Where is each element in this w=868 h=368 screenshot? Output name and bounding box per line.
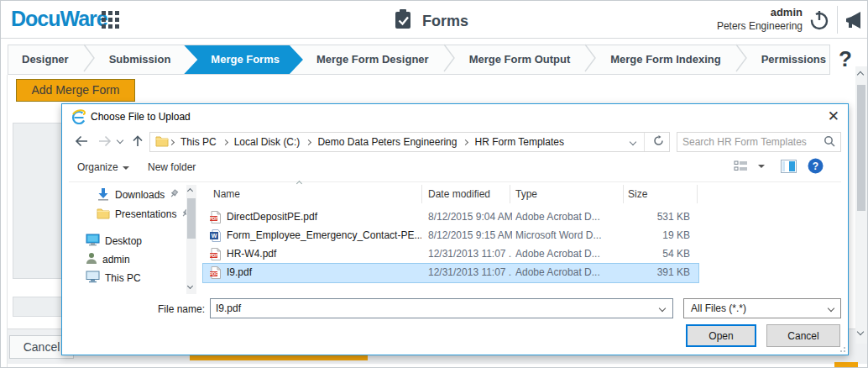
save-button-partial-2: [834, 362, 858, 367]
file-type: Adobe Acrobat D...: [515, 248, 618, 260]
view-mode-icon[interactable]: [734, 160, 749, 176]
tab-merge-form-output[interactable]: Merge Form Output: [456, 45, 584, 74]
file-name-label: File name:: [146, 303, 205, 315]
preview-pane-icon[interactable]: [781, 160, 797, 176]
scrollbar-thumb[interactable]: [857, 85, 865, 211]
file-type: Microsoft Word D...: [515, 229, 618, 241]
sidebar-item-label: Presentations: [115, 208, 176, 220]
forward-arrow-icon[interactable]: [97, 134, 112, 150]
help-icon[interactable]: ?: [839, 46, 852, 72]
column-header-date[interactable]: Date modified: [428, 188, 490, 200]
word-file-icon: W: [210, 229, 222, 244]
forms-clipboard-icon: [394, 8, 412, 34]
up-arrow-icon[interactable]: [131, 134, 144, 150]
sidebar-item-label: Downloads: [115, 189, 165, 201]
user-company: Peters Engineering: [651, 19, 803, 34]
folder-icon: [97, 208, 110, 222]
sidebar-scroll-down-icon[interactable]: [187, 283, 193, 289]
chevron-down-icon: [123, 166, 129, 170]
column-header-type[interactable]: Type: [515, 188, 537, 200]
choose-file-dialog: Choose File to Upload ✕ This PCLocal Dis…: [61, 103, 849, 355]
tab-separator-icon: [442, 44, 456, 76]
breadcrumb-item[interactable]: Local Disk (C:): [228, 136, 306, 148]
open-button[interactable]: Open: [686, 324, 756, 347]
breadcrumb[interactable]: This PCLocal Disk (C:)Demo Data Peters E…: [149, 132, 670, 152]
resize-grip[interactable]: [839, 345, 845, 352]
file-list: Name Date modified Type Size PDFDirectDe…: [203, 185, 700, 296]
tab-submission[interactable]: Submission: [96, 45, 185, 74]
user-info[interactable]: admin Peters Engineering: [651, 5, 803, 34]
sidebar-scroll-thumb[interactable]: [187, 198, 196, 239]
browser-scrollbar[interactable]: [855, 66, 867, 344]
file-size: 391 KB: [606, 266, 690, 278]
sidebar-item-presentations[interactable]: Presentations: [97, 206, 191, 223]
file-size: 531 KB: [606, 211, 690, 223]
recent-locations-chevron-icon[interactable]: [117, 137, 123, 144]
column-header-name[interactable]: Name: [213, 188, 240, 200]
sidebar-item-this-pc[interactable]: This PC: [86, 270, 141, 287]
file-name: DirectDepositPE.pdf: [227, 211, 421, 223]
breadcrumb-item[interactable]: HR Form Templates: [468, 136, 569, 148]
search-icon[interactable]: [824, 135, 835, 150]
file-size: 19 KB: [606, 229, 690, 241]
dialog-help-icon[interactable]: ?: [808, 158, 824, 176]
sidebar-scrollbar[interactable]: [186, 185, 196, 294]
breadcrumb-chevron-icon: [169, 139, 175, 145]
sidebar-scroll-up-icon[interactable]: [187, 188, 193, 194]
folder-icon: [155, 135, 169, 150]
breadcrumb-chevron-icon: [306, 139, 311, 145]
breadcrumb-item[interactable]: Demo Data Peters Engineering: [311, 136, 463, 148]
search-box[interactable]: [677, 132, 841, 152]
dialog-cancel-button[interactable]: Cancel: [766, 324, 840, 347]
wizard-tab-bar: DesignerSubmissionMerge FormsMerge Form …: [8, 45, 830, 75]
announcement-megaphone-icon[interactable]: [843, 9, 865, 34]
close-icon[interactable]: ✕: [828, 108, 839, 125]
toolbar-divider: [69, 181, 841, 182]
tab-permissions[interactable]: Permissions: [748, 45, 839, 74]
file-type-chevron-icon: [828, 305, 834, 312]
svg-text:?: ?: [813, 160, 818, 172]
back-arrow-icon[interactable]: [74, 134, 89, 150]
page-title: Forms: [422, 13, 468, 30]
file-row[interactable]: PDFDirectDepositPE.pdf8/12/2015 9:04 AMA…: [203, 208, 698, 227]
tab-separator-icon: [82, 44, 96, 76]
app-header: DocuWare Forms admin Peters Engineering: [1, 1, 868, 39]
file-size: 54 KB: [606, 248, 690, 260]
tab-separator-icon: [583, 44, 597, 76]
pdf-file-icon: PDF: [210, 266, 222, 281]
address-chevron-icon[interactable]: [630, 139, 636, 145]
file-name-input[interactable]: [210, 298, 673, 318]
tab-designer[interactable]: Designer: [8, 45, 82, 74]
scroll-down-icon[interactable]: [857, 329, 864, 335]
file-type: Adobe Acrobat D...: [515, 211, 618, 223]
dialog-titlebar[interactable]: Choose File to Upload ✕: [62, 104, 848, 129]
file-row[interactable]: WForm_Employee_Emergency_Contact-PE....8…: [203, 227, 698, 245]
sidebar-item-downloads[interactable]: Downloads: [97, 187, 179, 203]
computer-icon: [86, 271, 100, 286]
tab-merge-forms[interactable]: Merge Forms: [184, 45, 303, 74]
download-icon: [97, 187, 110, 203]
sidebar-item-admin[interactable]: admin: [86, 251, 130, 268]
svg-text:PDF: PDF: [210, 253, 218, 258]
file-row[interactable]: PDFHR-W4.pdf12/31/2013 11:07 ...Adobe Ac…: [203, 245, 698, 264]
view-mode-chevron-icon[interactable]: [758, 165, 765, 168]
breadcrumb-item[interactable]: This PC: [175, 136, 222, 148]
refresh-icon[interactable]: [653, 135, 664, 149]
file-row[interactable]: PDFI9.pdf12/31/2013 11:07 ...Adobe Acrob…: [203, 264, 698, 282]
organize-menu[interactable]: Organize: [77, 161, 129, 173]
user-icon: [86, 252, 97, 267]
column-header-size[interactable]: Size: [628, 188, 647, 200]
pdf-file-icon: PDF: [210, 211, 222, 226]
logout-power-icon[interactable]: [808, 9, 830, 34]
scroll-up-icon[interactable]: [857, 71, 864, 78]
file-type-select[interactable]: All Files (*.*): [683, 298, 841, 318]
tab-merge-form-designer[interactable]: Merge Form Designer: [303, 45, 442, 74]
tab-merge-form-indexing[interactable]: Merge Form Indexing: [597, 45, 734, 74]
screen: DocuWare Forms admin Peters Engineering …: [0, 0, 868, 368]
add-merge-form-button[interactable]: Add Merge Form: [16, 79, 135, 102]
search-input[interactable]: [677, 136, 824, 148]
app-grid-icon[interactable]: [102, 11, 121, 30]
sidebar-item-desktop[interactable]: Desktop: [86, 233, 142, 250]
sidebar-item-label: Desktop: [105, 235, 142, 247]
new-folder-button[interactable]: New folder: [148, 161, 196, 173]
